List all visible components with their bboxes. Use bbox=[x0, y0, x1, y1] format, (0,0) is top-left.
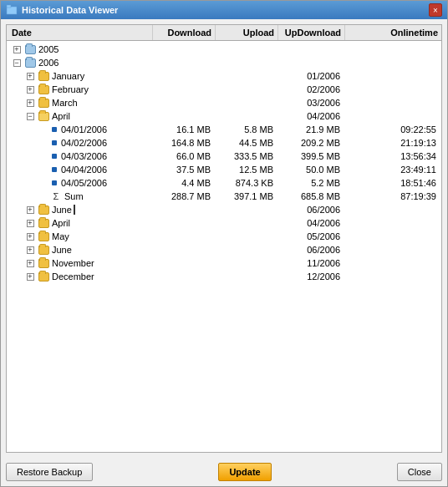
row-updownload: 06/2006 bbox=[278, 245, 345, 255]
tree-row[interactable]: 04/05/20064.4 MB874.3 KB5.2 MB18:51:46 bbox=[7, 176, 441, 190]
expander-icon[interactable]: + bbox=[10, 43, 23, 56]
window-title: Historical Data Viewer bbox=[22, 5, 118, 15]
tree-row[interactable]: +March03/2006 bbox=[7, 96, 441, 109]
tree-row[interactable]: −2006 bbox=[7, 56, 441, 69]
tree-row[interactable]: +April04/2006 bbox=[7, 216, 441, 230]
tree-container[interactable]: Date Download Upload UpDownload Onlineti… bbox=[6, 24, 442, 453]
expander-icon[interactable]: + bbox=[23, 96, 37, 109]
row-updownload: 685.8 MB bbox=[278, 191, 345, 201]
row-onlinetime: 13:56:34 bbox=[345, 151, 441, 161]
expander-icon[interactable]: + bbox=[23, 69, 37, 83]
folder-icon bbox=[37, 217, 50, 229]
row-label: 04/02/2006 bbox=[59, 138, 107, 148]
content-area: Date Download Upload UpDownload Onlineti… bbox=[1, 19, 447, 458]
row-onlinetime: 18:51:46 bbox=[345, 178, 441, 188]
row-label: 04/05/2006 bbox=[59, 178, 107, 188]
expander-icon[interactable]: + bbox=[23, 203, 37, 216]
folder-icon bbox=[37, 231, 50, 242]
update-button[interactable]: Update bbox=[218, 463, 271, 481]
header-date: Date bbox=[7, 25, 153, 40]
footer: Restore Backup Update Close bbox=[1, 458, 447, 486]
row-label: 04/01/2006 bbox=[59, 124, 107, 134]
expander-icon[interactable]: + bbox=[23, 83, 37, 96]
tree-row[interactable]: +November11/2006 bbox=[7, 256, 441, 270]
sum-icon: Σ bbox=[52, 191, 60, 201]
row-onlinetime: 21:19:13 bbox=[345, 138, 441, 148]
row-updownload: 12/2006 bbox=[278, 271, 345, 282]
tree-row[interactable]: +June06/2006 bbox=[7, 203, 441, 216]
window-close-button[interactable]: × bbox=[429, 3, 442, 17]
svg-rect-0 bbox=[7, 7, 17, 14]
row-label: 04/03/2006 bbox=[59, 151, 107, 161]
row-updownload: 21.9 MB bbox=[278, 124, 345, 134]
expander-icon[interactable]: + bbox=[23, 216, 37, 230]
row-onlinetime: 23:49:11 bbox=[345, 165, 441, 175]
tree-row[interactable]: +2005 bbox=[7, 43, 441, 56]
folder-icon bbox=[37, 70, 50, 82]
year-folder-icon bbox=[23, 57, 37, 68]
row-upload: 397.1 MB bbox=[216, 191, 278, 201]
row-updownload: 04/2006 bbox=[278, 218, 345, 228]
row-upload: 874.3 KB bbox=[216, 178, 278, 188]
row-label: May bbox=[50, 231, 69, 241]
row-upload: 44.5 MB bbox=[216, 138, 278, 148]
row-label: January bbox=[50, 71, 84, 81]
close-button[interactable]: Close bbox=[397, 463, 442, 481]
data-dot-icon bbox=[52, 154, 57, 159]
row-updownload: 04/2006 bbox=[278, 111, 345, 121]
folder-icon bbox=[37, 271, 50, 282]
row-label: 2006 bbox=[37, 58, 59, 68]
folder-icon bbox=[37, 244, 50, 256]
data-dot-icon bbox=[52, 180, 57, 185]
tree-row[interactable]: 04/02/2006164.8 MB44.5 MB209.2 MB21:19:1… bbox=[7, 136, 441, 150]
row-updownload: 50.0 MB bbox=[278, 165, 345, 175]
row-updownload: 209.2 MB bbox=[278, 138, 345, 148]
tree-row[interactable]: ΣSum288.7 MB397.1 MB685.8 MB87:19:39 bbox=[7, 190, 441, 203]
row-updownload: 03/2006 bbox=[278, 98, 345, 108]
title-bar: Historical Data Viewer × bbox=[1, 1, 447, 19]
row-label: November bbox=[50, 258, 94, 268]
tree-row[interactable]: 04/01/200616.1 MB5.8 MB21.9 MB09:22:55 bbox=[7, 123, 441, 136]
main-window: Historical Data Viewer × Date Download U… bbox=[0, 0, 448, 487]
tree-row[interactable]: +June06/2006 bbox=[7, 243, 441, 256]
row-onlinetime: 87:19:39 bbox=[345, 191, 441, 201]
expander-icon[interactable]: + bbox=[23, 270, 37, 283]
row-download: 16.1 MB bbox=[153, 124, 216, 134]
row-label: 2005 bbox=[37, 44, 59, 54]
row-download: 164.8 MB bbox=[153, 138, 216, 148]
row-updownload: 02/2006 bbox=[278, 84, 345, 94]
expander-icon[interactable]: + bbox=[23, 230, 37, 243]
data-dot-icon bbox=[52, 140, 57, 145]
row-label: June bbox=[50, 205, 72, 215]
tree-row[interactable]: +January01/2006 bbox=[7, 69, 441, 83]
expander-icon[interactable]: + bbox=[23, 256, 37, 270]
tree-body: +2005−2006+January01/2006+February02/200… bbox=[7, 41, 441, 285]
folder-icon bbox=[37, 257, 50, 269]
restore-backup-button[interactable]: Restore Backup bbox=[6, 463, 93, 481]
row-updownload: 399.5 MB bbox=[278, 151, 345, 161]
expander-icon[interactable]: + bbox=[23, 243, 37, 256]
app-icon bbox=[6, 4, 18, 16]
title-bar-left: Historical Data Viewer bbox=[6, 4, 118, 16]
row-upload: 333.5 MB bbox=[216, 151, 278, 161]
cursor-indicator bbox=[74, 205, 75, 215]
tree-row[interactable]: −April04/2006 bbox=[7, 109, 441, 123]
header-updownload: UpDownload bbox=[278, 25, 345, 40]
tree-row[interactable]: +December12/2006 bbox=[7, 270, 441, 283]
tree-row[interactable]: 04/04/200637.5 MB12.5 MB50.0 MB23:49:11 bbox=[7, 163, 441, 176]
tree-row[interactable]: +February02/2006 bbox=[7, 83, 441, 96]
row-updownload: 01/2006 bbox=[278, 71, 345, 81]
row-label: Sum bbox=[63, 191, 84, 201]
expander-icon[interactable]: − bbox=[10, 56, 23, 69]
row-updownload: 06/2006 bbox=[278, 205, 345, 215]
header-upload: Upload bbox=[216, 25, 278, 40]
row-upload: 12.5 MB bbox=[216, 165, 278, 175]
row-download: 288.7 MB bbox=[153, 191, 216, 201]
tree-row[interactable]: 04/03/200666.0 MB333.5 MB399.5 MB13:56:3… bbox=[7, 150, 441, 163]
header-onlinetime: Onlinetime bbox=[345, 25, 441, 40]
row-label: April bbox=[50, 111, 70, 121]
row-updownload: 5.2 MB bbox=[278, 178, 345, 188]
row-download: 4.4 MB bbox=[153, 178, 216, 188]
expander-icon[interactable]: − bbox=[23, 109, 37, 123]
tree-row[interactable]: +May05/2006 bbox=[7, 230, 441, 243]
